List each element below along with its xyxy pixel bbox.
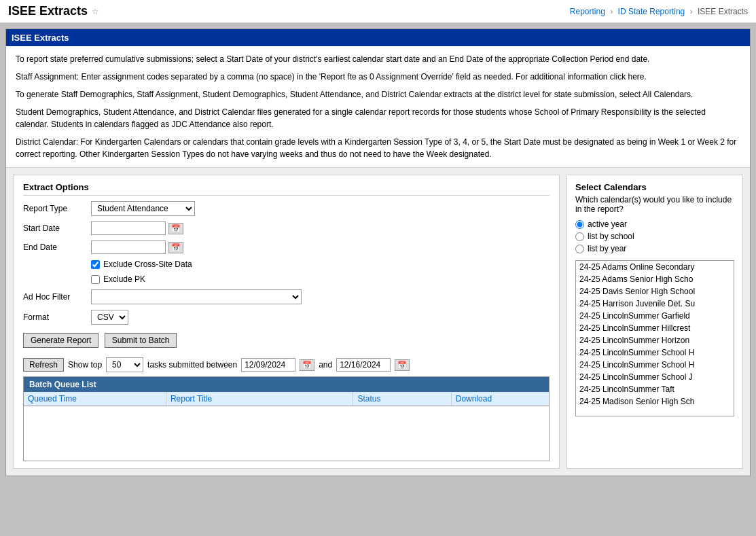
calendar-list-item[interactable]: 24-25 Davis Senior High School (576, 285, 734, 298)
end-date-input[interactable] (91, 240, 166, 254)
report-type-control: Student Attendance Staff Demographics St… (91, 201, 195, 216)
adhoc-filter-row: Ad Hoc Filter (23, 289, 550, 304)
main-wrapper: ISEE Extracts To report state preferred … (0, 23, 756, 488)
calendar-list-item[interactable]: 24-25 Harrison Juvenile Det. Su (576, 298, 734, 310)
col-report-title[interactable]: Report Title (166, 392, 354, 406)
exclude-pk-row: Exclude PK (91, 274, 550, 284)
end-date-label: End Date (23, 243, 91, 252)
report-type-label: Report Type (23, 204, 91, 213)
radio-active-year-input[interactable] (575, 220, 584, 229)
format-label: Format (23, 312, 91, 322)
batch-queue-header: Batch Queue List (24, 377, 549, 392)
radio-group: active year list by school list by year (575, 219, 734, 253)
show-top-label: Show top (68, 360, 102, 370)
report-type-row: Report Type Student Attendance Staff Dem… (23, 201, 550, 216)
radio-list-by-school-label: list by school (588, 232, 634, 241)
calendar-list-box[interactable]: 24-25 Adams Online Secondary24-25 Adams … (575, 260, 734, 416)
refresh-button[interactable]: Refresh (23, 358, 64, 372)
batch-queue-container: Batch Queue List Queued Time Report Titl… (23, 376, 550, 461)
content-area: Extract Options Report Type Student Atte… (6, 167, 750, 476)
radio-active-year: active year (575, 219, 734, 229)
end-date-calendar-icon[interactable]: 📅 (168, 242, 183, 253)
batch-queue-cols: Queued Time Report Title Status Download (24, 392, 549, 406)
batch-end-cal-icon[interactable]: 📅 (395, 359, 410, 371)
calendar-panel-title: Select Calendars (575, 182, 734, 192)
radio-list-by-year: list by year (575, 244, 734, 253)
tasks-label: tasks submitted between (147, 360, 237, 370)
calendar-question: Which calendar(s) would you like to incl… (575, 195, 734, 214)
submit-to-batch-button[interactable]: Submit to Batch (105, 333, 177, 348)
action-buttons: Generate Report Submit to Batch (23, 333, 550, 348)
end-date-row: End Date 📅 (23, 240, 550, 254)
show-top-select[interactable]: 25 50 100 200 (106, 357, 143, 372)
info-para-5: District Calendar: For Kindergarten Cale… (16, 136, 740, 160)
start-date-row: Start Date 📅 (23, 221, 550, 235)
top-bar: ISEE Extracts ☆ Reporting › ID State Rep… (0, 0, 756, 23)
col-download[interactable]: Download (452, 392, 549, 406)
and-label: and (319, 360, 332, 370)
calendar-list-item[interactable]: 24-25 LincolnSummer School J (576, 371, 734, 383)
calendar-list-item[interactable]: 24-25 Madison Senior High Sch (576, 395, 734, 408)
adhoc-filter-label: Ad Hoc Filter (23, 292, 91, 302)
start-date-control: 📅 (91, 221, 183, 235)
breadcrumb: Reporting › ID State Reporting › ISEE Ex… (570, 7, 748, 16)
calendar-list-item[interactable]: 24-25 LincolnSummer School H (576, 346, 734, 359)
generate-report-button[interactable]: Generate Report (23, 333, 98, 348)
start-date-label: Start Date (23, 224, 91, 233)
info-para-3: To generate Staff Demographics, Staff As… (16, 88, 740, 101)
calendar-list-item[interactable]: 24-25 LincolnSummer Horizon (576, 334, 734, 346)
batch-start-cal-icon[interactable]: 📅 (300, 359, 314, 371)
format-row: Format CSV XML (23, 310, 550, 325)
page-title: ISEE Extracts (8, 4, 88, 18)
adhoc-filter-control (91, 289, 302, 304)
page-section: ISEE Extracts To report state preferred … (5, 29, 751, 476)
exclude-pk-checkbox[interactable] (91, 275, 100, 284)
info-block: To report state preferred cumulative sub… (6, 46, 750, 167)
exclude-pk-label: Exclude PK (103, 274, 145, 284)
breadcrumb-reporting[interactable]: Reporting (570, 7, 605, 16)
calendar-list-item[interactable]: 24-25 Adams Senior High Scho (576, 273, 734, 285)
section-header: ISEE Extracts (6, 29, 750, 46)
radio-list-by-school: list by school (575, 232, 734, 241)
calendar-list-item[interactable]: 24-25 Adams Online Secondary (576, 261, 734, 273)
exclude-cross-site-label: Exclude Cross-Site Data (103, 260, 192, 269)
col-queued-time[interactable]: Queued Time (24, 392, 166, 406)
exclude-cross-site-checkbox[interactable] (91, 260, 100, 269)
exclude-cross-site-row: Exclude Cross-Site Data (91, 260, 550, 269)
info-para-1: To report state preferred cumulative sub… (16, 53, 740, 65)
format-control: CSV XML (91, 310, 128, 325)
radio-list-by-year-label: list by year (588, 244, 626, 253)
extract-options-title: Extract Options (23, 182, 550, 196)
batch-toolbar: Refresh Show top 25 50 100 200 tasks sub… (23, 357, 550, 372)
end-date-control: 📅 (91, 240, 183, 254)
calendar-panel: Select Calendars Which calendar(s) would… (566, 175, 743, 469)
report-type-select[interactable]: Student Attendance Staff Demographics St… (91, 201, 195, 216)
batch-end-date-input[interactable] (336, 358, 391, 372)
calendar-list-item[interactable]: 24-25 LincolnSummer Garfield (576, 310, 734, 322)
radio-active-year-label: active year (588, 219, 627, 229)
format-select[interactable]: CSV XML (91, 310, 128, 325)
calendar-list-item[interactable]: 24-25 LincolnSummer Hillcrest (576, 322, 734, 334)
batch-start-date-input[interactable] (241, 358, 295, 372)
calendar-list-item[interactable]: 24-25 LincolnSummer Taft (576, 383, 734, 395)
adhoc-filter-select[interactable] (91, 289, 302, 304)
info-para-4: Student Demographics, Student Attendance… (16, 106, 740, 130)
col-status[interactable]: Status (353, 392, 451, 406)
radio-list-by-year-input[interactable] (575, 245, 584, 253)
star-icon[interactable]: ☆ (92, 7, 99, 16)
breadcrumb-id-state-reporting[interactable]: ID State Reporting (618, 7, 685, 16)
calendar-list-item[interactable]: 24-25 LincolnSummer School H (576, 359, 734, 371)
breadcrumb-current: ISEE Extracts (698, 7, 748, 16)
extract-options-panel: Extract Options Report Type Student Atte… (13, 175, 560, 469)
batch-queue-body (24, 406, 549, 461)
start-date-input[interactable] (91, 221, 166, 235)
info-para-2: Staff Assignment: Enter assignment codes… (16, 71, 740, 83)
radio-list-by-school-input[interactable] (575, 232, 584, 241)
start-date-calendar-icon[interactable]: 📅 (168, 223, 183, 234)
